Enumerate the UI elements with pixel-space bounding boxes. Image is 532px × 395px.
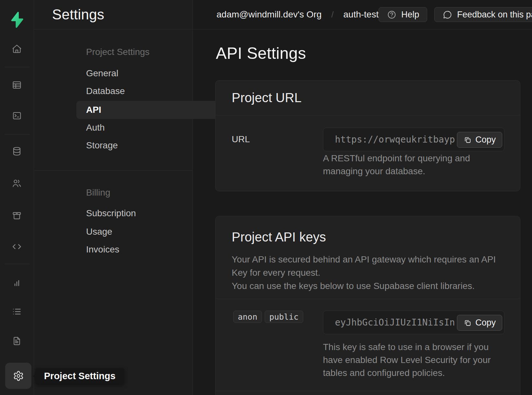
- section-label-billing: Billing: [86, 187, 110, 198]
- key-badges: anon public: [233, 311, 303, 323]
- sidebar-item-storage[interactable]: Storage: [86, 139, 118, 152]
- docs-icon[interactable]: [12, 336, 22, 346]
- sidebar-item-subscription[interactable]: Subscription: [86, 207, 136, 220]
- project-url-value: https://orwqeukritbayp: [335, 134, 455, 145]
- sidebar-item-invoices[interactable]: Invoices: [86, 243, 119, 256]
- copy-url-button[interactable]: Copy: [457, 132, 502, 148]
- card-divider: [216, 299, 520, 299]
- rail-divider: [5, 264, 30, 264]
- badge-anon: anon: [233, 311, 262, 323]
- project-url-card: Project URL URL https://orwqeukritbayp C…: [215, 80, 520, 191]
- reports-icon[interactable]: [12, 278, 22, 288]
- tooltip-label: Project Settings: [44, 371, 116, 381]
- settings-sidebar: Settings Project Settings General Databa…: [34, 0, 193, 395]
- database-icon[interactable]: [12, 146, 22, 156]
- sidebar-item-auth[interactable]: Auth: [86, 121, 105, 134]
- anon-key-value: eyJhbGciOiJIUzI1NiIsIn: [335, 317, 455, 328]
- main-content: adam@windmill.dev's Org / auth-test Help: [193, 0, 532, 395]
- icon-rail: [0, 0, 34, 395]
- help-circle-icon: [387, 10, 397, 20]
- project-settings-tooltip: Project Settings: [35, 368, 124, 384]
- copy-url-label: Copy: [475, 135, 496, 145]
- copy-anon-key-button[interactable]: Copy: [457, 315, 502, 331]
- copy-icon: [463, 136, 472, 144]
- authentication-icon[interactable]: [12, 178, 22, 188]
- project-url-card-title: Project URL: [216, 80, 520, 115]
- gear-icon: [13, 370, 24, 381]
- help-button-label: Help: [401, 10, 419, 20]
- anon-key-description: This key is safe to use in a browser if …: [323, 341, 507, 379]
- supabase-logo[interactable]: [8, 11, 26, 29]
- sidebar-item-database[interactable]: Database: [86, 85, 125, 98]
- project-api-keys-card: Project API keys Your API is secured beh…: [215, 216, 520, 395]
- speech-bubble-icon: [442, 10, 452, 20]
- sql-editor-icon[interactable]: [12, 111, 22, 121]
- table-editor-icon[interactable]: [12, 80, 22, 90]
- storage-icon[interactable]: [12, 210, 22, 221]
- top-bar: adam@windmill.dev's Org / auth-test Help: [193, 0, 532, 29]
- copy-anon-key-label: Copy: [475, 318, 496, 328]
- help-button[interactable]: Help: [379, 7, 427, 22]
- api-keys-card-title: Project API keys: [232, 230, 504, 244]
- home-icon[interactable]: [12, 44, 22, 54]
- api-keys-description-2: You can use the keys below to use Supaba…: [232, 279, 496, 293]
- rail-divider: [5, 134, 30, 134]
- sidebar-item-usage[interactable]: Usage: [86, 225, 112, 238]
- section-label-project-settings: Project Settings: [86, 47, 150, 57]
- api-keys-description-1: Your API is secured behind an API gatewa…: [232, 253, 496, 279]
- page-title: API Settings: [216, 44, 306, 63]
- breadcrumb-org[interactable]: adam@windmill.dev's Org: [216, 9, 322, 20]
- feedback-button-label: Feedback on this page?: [457, 10, 532, 20]
- card-divider: [216, 391, 520, 391]
- sidebar-item-general[interactable]: General: [86, 67, 118, 80]
- sidebar-title: Settings: [52, 6, 104, 23]
- rail-divider: [5, 67, 30, 67]
- breadcrumb-project[interactable]: auth-test: [343, 9, 379, 20]
- edge-functions-icon[interactable]: [12, 241, 22, 252]
- copy-icon: [463, 319, 472, 327]
- url-row-label: URL: [232, 134, 250, 144]
- logs-icon[interactable]: [12, 306, 22, 317]
- breadcrumb-separator: /: [331, 10, 334, 20]
- feedback-button[interactable]: Feedback on this page?: [434, 7, 532, 22]
- supabase-logo-icon: [8, 11, 26, 29]
- project-settings-rail-item[interactable]: [5, 363, 31, 389]
- url-description: A RESTful endpoint for querying and mana…: [323, 152, 478, 178]
- badge-public: public: [265, 311, 303, 323]
- sidebar-divider: [34, 170, 193, 171]
- settings-sidebar-header: Settings: [34, 0, 193, 29]
